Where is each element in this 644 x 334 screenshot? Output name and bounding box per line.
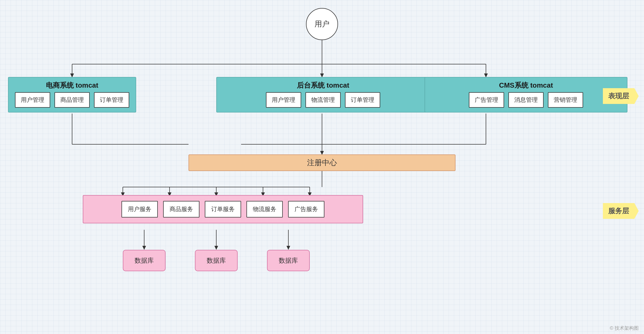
- reg-center-box: 注册中心: [189, 154, 455, 171]
- service-item-0: 用户服务: [121, 201, 158, 218]
- db-label-2: 数据库: [207, 256, 226, 265]
- user-label: 用户: [315, 19, 329, 29]
- service-layer-label: 服务层: [603, 203, 639, 219]
- services-items: 用户服务 商品服务 订单服务 物流服务 广告服务: [83, 196, 363, 223]
- services-box: 用户服务 商品服务 订单服务 物流服务 广告服务: [83, 195, 363, 223]
- backend-item-2: 订单管理: [345, 92, 380, 108]
- svg-marker-33: [286, 246, 290, 250]
- cms-item-2: 营销管理: [548, 92, 583, 108]
- svg-marker-31: [214, 246, 218, 250]
- backend-item-0: 用户管理: [266, 92, 301, 108]
- cms-items: 广告管理 消息管理 营销管理: [425, 92, 627, 112]
- presentation-layer-label: 表现层: [603, 88, 639, 104]
- database-3: 数据库: [267, 250, 310, 271]
- svg-marker-29: [142, 246, 146, 250]
- service-item-2: 订单服务: [205, 201, 241, 218]
- database-2: 数据库: [195, 250, 238, 271]
- backend-tomcat-box: 后台系统 tomcat 用户管理 物流管理 订单管理: [216, 77, 430, 112]
- backend-items: 用户管理 物流管理 订单管理: [217, 92, 429, 112]
- db-label-1: 数据库: [135, 256, 154, 265]
- database-1: 数据库: [123, 250, 166, 271]
- db-label-3: 数据库: [279, 256, 298, 265]
- cms-tomcat-box: CMS系统 tomcat 广告管理 消息管理 营销管理: [425, 77, 627, 112]
- backend-item-1: 物流管理: [305, 92, 341, 108]
- cms-item-1: 消息管理: [508, 92, 544, 108]
- presentation-layer-text: 表现层: [608, 92, 629, 100]
- watermark: © 技术架构图: [610, 325, 639, 331]
- user-node: 用户: [306, 8, 338, 40]
- reg-center-label: 注册中心: [307, 158, 337, 168]
- backend-title: 后台系统 tomcat: [217, 77, 429, 92]
- ecommerce-item-2: 订单管理: [94, 92, 129, 108]
- ecommerce-tomcat-box: 电商系统 tomcat 用户管理 商品管理 订单管理: [8, 77, 136, 112]
- cms-title: CMS系统 tomcat: [425, 77, 627, 92]
- diagram-container: 用户 电商系统 tomcat 用户管理 商品管理 订单管理 后台系统 tomca…: [0, 0, 644, 334]
- cms-item-0: 广告管理: [469, 92, 504, 108]
- service-item-4: 广告服务: [288, 201, 324, 218]
- ecommerce-item-0: 用户管理: [15, 92, 50, 108]
- service-layer-text: 服务层: [608, 207, 629, 215]
- ecommerce-item-1: 商品管理: [54, 92, 90, 108]
- service-item-3: 物流服务: [246, 201, 283, 218]
- service-item-1: 商品服务: [163, 201, 199, 218]
- ecommerce-items: 用户管理 商品管理 订单管理: [9, 92, 136, 112]
- ecommerce-title: 电商系统 tomcat: [9, 77, 136, 92]
